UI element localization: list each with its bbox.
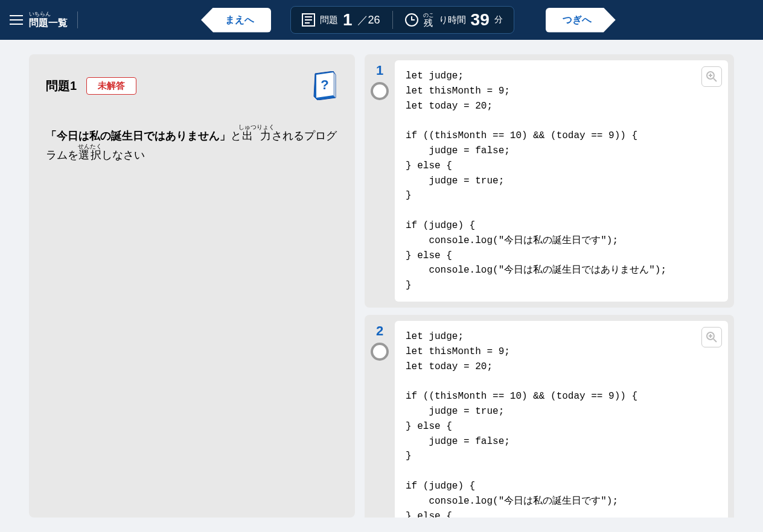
question-number: 問題1 <box>46 78 77 94</box>
svg-rect-2 <box>305 22 310 24</box>
progress-info: 問題 1 ／26 のこ 残 り時間 39 分 <box>290 6 514 34</box>
question-counter: 問題 1 ／26 <box>302 10 380 30</box>
question-text: 「今日は私の誕生日ではありません」と出しゅつ 力りょくされるプログラムを選択せん… <box>46 124 338 165</box>
option-card: 1 let judge; let thisMonth = 9; let toda… <box>365 54 734 308</box>
code-box: let judge; let thisMonth = 9; let today … <box>395 60 728 302</box>
zoom-icon[interactable] <box>701 327 722 347</box>
time-remaining: のこ 残 り時間 39 分 <box>405 10 503 30</box>
zoom-icon[interactable] <box>701 66 722 87</box>
option-radio[interactable] <box>371 343 389 361</box>
menu-label: いちらん 問題一覧 <box>29 11 68 28</box>
svg-rect-0 <box>305 16 312 17</box>
svg-text:?: ? <box>321 77 328 92</box>
option-radio[interactable] <box>371 82 389 100</box>
svg-line-9 <box>714 339 717 342</box>
code-box: let judge; let thisMonth = 9; let today … <box>395 321 728 518</box>
list-icon <box>302 13 315 27</box>
svg-rect-1 <box>305 19 312 21</box>
option-number: 2 <box>376 323 383 339</box>
option-card: 2 let judge; let thisMonth = 9; let toda… <box>365 315 734 518</box>
content-area: 問題1 未解答 ? 「今日は私の誕生日ではありません」と出しゅつ 力りょくされる… <box>0 40 763 532</box>
code-content: let judge; let thisMonth = 9; let today … <box>406 69 717 293</box>
clock-icon <box>405 13 418 27</box>
code-content: let judge; let thisMonth = 9; let today … <box>406 329 717 518</box>
options-panel: 1 let judge; let thisMonth = 9; let toda… <box>365 54 734 518</box>
menu-button[interactable]: いちらん 問題一覧 <box>10 11 78 28</box>
question-panel: 問題1 未解答 ? 「今日は私の誕生日ではありません」と出しゅつ 力りょくされる… <box>29 54 355 518</box>
prev-button[interactable]: まえへ <box>201 8 271 33</box>
svg-line-5 <box>714 78 717 81</box>
hamburger-icon <box>10 15 23 25</box>
dictionary-icon[interactable]: ? <box>311 71 338 100</box>
option-number: 1 <box>376 63 383 78</box>
next-button[interactable]: つぎへ <box>546 8 616 33</box>
header-bar: いちらん 問題一覧 まえへ 問題 1 ／26 のこ 残 り時間 39 分 つぎへ <box>0 0 763 40</box>
status-badge: 未解答 <box>86 77 136 95</box>
